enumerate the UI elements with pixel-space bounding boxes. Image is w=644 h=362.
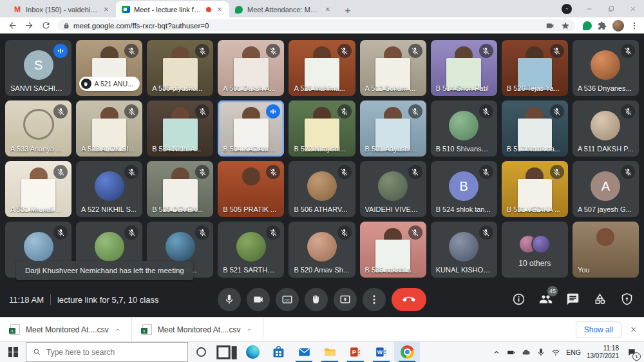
search-input[interactable] [46, 348, 181, 357]
participant-tile[interactable]: B 521 SARTHAK... [218, 222, 284, 278]
reload-icon[interactable] [39, 19, 53, 33]
forward-icon[interactable] [22, 19, 36, 33]
camera-in-use-icon[interactable] [545, 21, 554, 30]
taskbar-search[interactable] [26, 342, 188, 362]
participant-tile[interactable]: B 506 ATHARV... [289, 161, 355, 217]
participant-tile[interactable]: B 501 Aayush ... [360, 100, 426, 157]
participant-tile[interactable]: B 534 Nidhi A... [147, 100, 213, 157]
download-item[interactable]: Meet Monitored At....csv [0, 318, 132, 341]
avatar [307, 171, 337, 201]
show-all-downloads-button[interactable]: Show all [576, 321, 621, 338]
mic-button[interactable] [218, 288, 241, 311]
taskbar-clock[interactable]: 11:18 13/07/2021 [587, 345, 619, 361]
participants-icon[interactable]: 45 [538, 292, 553, 306]
participant-tile[interactable]: B 525 DEVEN... [147, 161, 213, 217]
mic-off-icon [621, 104, 635, 119]
store-button[interactable] [265, 342, 291, 362]
tray-chevron-up-icon[interactable] [492, 348, 501, 357]
participant-tile[interactable]: A 511 DAKSH P... [573, 100, 639, 157]
onedrive-cloud-icon[interactable] [522, 348, 531, 357]
tab-close-icon[interactable] [102, 5, 111, 14]
cortana-button[interactable] [188, 342, 214, 362]
participant-tile[interactable]: B 522 Niraj shi... [289, 100, 355, 157]
mic-off-icon [337, 44, 352, 58]
language-indicator[interactable]: ENG [566, 348, 581, 356]
powerpoint-button[interactable]: P [343, 342, 368, 362]
participant-tile[interactable]: A 531 Mrunali ... [5, 161, 71, 217]
chrome-button[interactable] [394, 342, 420, 362]
close-downloads-bar-icon[interactable] [630, 324, 638, 336]
participant-tile[interactable]: You [573, 222, 639, 278]
participant-tile[interactable]: B 514 Shon Patil [431, 40, 497, 96]
tab-title: Meet - lecture link for 5,7, 10 [134, 6, 202, 14]
chevron-up-icon[interactable] [115, 324, 121, 336]
participant-tile[interactable]: A 536 Dnyanes... [573, 40, 639, 96]
battery-icon[interactable] [507, 348, 516, 357]
participant-tile[interactable]: A 521 ANU... [76, 40, 142, 96]
download-item[interactable]: Meet Monitored At....csv [132, 318, 264, 341]
new-tab-button[interactable]: + [340, 2, 355, 17]
participant-tile[interactable]: A 512 Soham ... [360, 40, 426, 96]
url-bar[interactable]: meet.google.com/ffs-rxcr-bqt?authuser=0 [58, 19, 575, 32]
start-button[interactable] [0, 342, 26, 362]
bookmark-star-icon[interactable] [561, 21, 570, 30]
participant-tile[interactable]: B 510 Shivansh ... [431, 100, 497, 157]
raised-hand-pill: A 521 ANU... [79, 77, 140, 91]
participant-tile[interactable]: A 535 piyusha... [147, 40, 213, 96]
wifi-icon[interactable] [551, 348, 560, 357]
more-options-button[interactable] [363, 288, 386, 311]
browser-menu-icon[interactable] [630, 21, 639, 30]
close-button[interactable] [622, 0, 644, 17]
camera-button[interactable] [247, 288, 270, 311]
download-filename: Meet Monitored At....csv [26, 325, 109, 334]
participant-tile[interactable]: KUNAL KISHOR... [431, 222, 497, 278]
participant-tile[interactable]: A 501 Daksh A... [218, 40, 284, 96]
participant-tile[interactable]: B 526 Tejas Ya... [502, 40, 568, 96]
meet-attendance-extension-icon[interactable] [583, 21, 592, 30]
tab-close-icon[interactable] [215, 5, 224, 14]
participant-tile[interactable]: SSANVI SACHIN ... [5, 40, 71, 96]
word-button[interactable]: W [368, 342, 394, 362]
tray-mic-icon[interactable] [536, 348, 545, 357]
chat-icon[interactable] [565, 292, 580, 306]
meeting-details-icon[interactable] [511, 292, 526, 306]
participant-tile[interactable]: A 533 Ananya ... [5, 100, 71, 157]
participant-tile[interactable]: B 517 Naitik sa... [502, 100, 568, 157]
edge-button[interactable] [240, 342, 265, 362]
participant-tile[interactable]: B 520 Arnav Sh... [289, 222, 355, 278]
tab-close-icon[interactable] [323, 5, 332, 14]
end-call-button[interactable] [392, 288, 426, 311]
host-controls-icon[interactable] [620, 292, 634, 306]
participant-tile[interactable]: 10 others [502, 222, 568, 278]
participant-tile[interactable]: BB 524 shlok tan... [431, 161, 497, 217]
present-screen-button[interactable] [334, 288, 357, 311]
extensions-puzzle-icon[interactable] [598, 21, 607, 30]
participant-tile[interactable]: B 505 PRATIK ... [218, 161, 284, 217]
tab-meet[interactable]: Meet - lecture link for 5,7, 10 [116, 1, 229, 17]
captions-button[interactable]: CC [276, 288, 299, 311]
restore-button[interactable] [600, 0, 622, 17]
mic-off-icon [479, 165, 493, 179]
file-explorer-button[interactable] [317, 342, 343, 362]
mail-button[interactable] [291, 342, 317, 362]
audio-activity-icon [266, 104, 280, 119]
participant-tile[interactable]: AA 507 jayesh G... [573, 161, 639, 217]
account-chevron-icon[interactable] [562, 4, 572, 14]
tab-gmail[interactable]: M Inbox (150) - vaidehijoshi@mes.a [8, 1, 116, 17]
browser-profile-avatar[interactable] [612, 20, 624, 32]
back-icon[interactable] [5, 19, 19, 33]
activities-icon[interactable] [592, 292, 607, 306]
chevron-up-icon[interactable] [246, 324, 252, 336]
task-view-button[interactable] [214, 342, 240, 362]
raise-hand-button[interactable] [305, 288, 328, 311]
participant-tile[interactable]: A 523 ALOK SI... [76, 100, 142, 157]
minimize-button[interactable] [578, 0, 600, 17]
participant-tile[interactable]: B 535 sakshi s... [360, 222, 426, 278]
tab-meet-attendance[interactable]: Meet Attendance: Monitor [229, 1, 337, 17]
action-center-button[interactable]: 1 [625, 345, 639, 359]
participant-tile[interactable]: A 522 NIKHIL S... [76, 161, 142, 217]
participant-tile[interactable]: A 528 Mahima... [289, 40, 355, 96]
participant-tile[interactable]: VAIDEHI VIVEK ... [360, 161, 426, 217]
participant-tile[interactable]: B 531 VEDIKA ... [502, 161, 568, 217]
participant-tile[interactable]: B 504 KADAM... [218, 100, 284, 157]
